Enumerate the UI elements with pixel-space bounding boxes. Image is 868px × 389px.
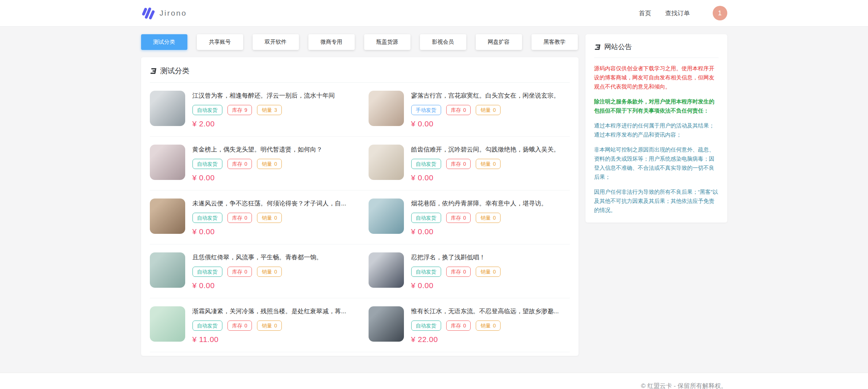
product-image[interactable] — [150, 145, 185, 180]
product-info: 且恁偎红倚翠，风流事，平生畅。青春都一饷。 自动发货 库存0 销量0 ¥ 0.0… — [192, 252, 323, 290]
product-title: 黄金榜上，偶失龙头望。明代暂遗贤，如何向？ — [192, 145, 323, 154]
product-item[interactable]: 烟花巷陌，依约丹青屏障。幸有意中人，堪寻访。 自动发货 库存0 销量0 ¥ 0.… — [369, 190, 570, 244]
sales-value: 0 — [274, 268, 277, 275]
category-tab-2[interactable]: 双开软件 — [253, 34, 299, 50]
product-image[interactable] — [369, 145, 404, 180]
product-title: 忍把浮名，换了浅斟低唱！ — [411, 253, 501, 262]
product-info: 忍把浮名，换了浅斟低唱！ 自动发货 库存0 销量0 ¥ 0.00 — [411, 252, 501, 290]
delivery-badge: 自动发货 — [411, 321, 441, 331]
announcement-icon — [594, 44, 601, 51]
delivery-badge: 手动发货 — [411, 105, 441, 115]
product-item[interactable]: 未遂风云便，争不恣狂荡。何须论得丧？才子词人，自... 自动发货 库存0 销量0… — [150, 190, 351, 244]
row-divider — [150, 352, 570, 352]
category-tab-6[interactable]: 网盘扩容 — [476, 34, 522, 50]
brand-logo[interactable]: Jirono — [141, 7, 187, 20]
sales-badge: 销量0 — [476, 267, 501, 277]
section-title: 测试分类 — [160, 66, 190, 76]
product-image[interactable] — [369, 252, 404, 288]
stock-label: 库存 — [232, 268, 242, 275]
product-price: ¥ 0.00 — [192, 227, 346, 236]
sales-badge: 销量0 — [257, 213, 282, 223]
product-item[interactable]: 江汉曾为客，相逢每醉还。浮云一别后，流水十年间 自动发货 库存9 销量3 ¥ 2… — [150, 83, 351, 136]
sales-badge: 销量0 — [257, 159, 282, 169]
product-list: 江汉曾为客，相逢每醉还。浮云一别后，流水十年间 自动发货 库存9 销量3 ¥ 2… — [150, 83, 570, 352]
product-info: 黄金榜上，偶失龙头望。明代暂遗贤，如何向？ 自动发货 库存0 销量0 ¥ 0.0… — [192, 145, 323, 182]
product-title: 烟花巷陌，依约丹青屏障。幸有意中人，堪寻访。 — [411, 199, 548, 208]
product-item[interactable]: 惟有长江水，无语东流。不忍登高临远，望故乡渺邈... 自动发货 库存0 销量0 … — [369, 298, 570, 352]
page-content: 测试分类 共享账号 双开软件 微商专用 瓶盖货源 影视会员 网盘扩容 黑客教学 — [141, 34, 727, 356]
product-price: ¥ 0.00 — [411, 281, 501, 290]
announcement-paragraph: 源码内容仅供创业者下载学习之用。使用本程序开设的博客商城，网友可自由发布相关信息… — [594, 64, 719, 91]
nav-home[interactable]: 首页 — [639, 9, 651, 17]
product-price: ¥ 11.00 — [192, 335, 346, 344]
category-tab-5[interactable]: 影视会员 — [420, 34, 466, 50]
category-tab-0[interactable]: 测试分类 — [141, 34, 187, 50]
sales-label: 销量 — [262, 268, 272, 275]
sales-label: 销量 — [480, 107, 491, 113]
product-item[interactable]: 且恁偎红倚翠，风流事，平生畅。青春都一饷。 自动发货 库存0 销量0 ¥ 0.0… — [150, 244, 351, 298]
stock-badge: 库存0 — [446, 159, 471, 169]
category-tab-7[interactable]: 黑客教学 — [532, 34, 578, 50]
sales-label: 销量 — [480, 161, 491, 167]
category-tab-1[interactable]: 共享账号 — [197, 34, 243, 50]
sales-value: 0 — [493, 322, 496, 329]
announcement-body: 源码内容仅供创业者下载学习之用。使用本程序开设的博客商城，网友可自由发布相关信息… — [594, 64, 719, 215]
product-image[interactable] — [150, 91, 185, 126]
stock-badge: 库存0 — [227, 321, 252, 331]
announcement-card: 网站公告 源码内容仅供创业者下载学习之用。使用本程序开设的博客商城，网友可自由发… — [585, 34, 727, 223]
stock-value: 0 — [463, 322, 466, 329]
product-info: 江汉曾为客，相逢每醉还。浮云一别后，流水十年间 自动发货 库存9 销量3 ¥ 2… — [192, 91, 335, 128]
stock-label: 库存 — [451, 322, 461, 329]
product-image[interactable] — [369, 199, 404, 234]
product-price: ¥ 22.00 — [411, 335, 559, 344]
footer: © 红盟云卡 - 保留所有解释权。 — [0, 373, 868, 389]
stock-value: 0 — [463, 268, 466, 275]
product-title: 江汉曾为客，相逢每醉还。浮云一别后，流水十年间 — [192, 91, 335, 100]
stock-value: 0 — [463, 161, 466, 167]
sales-label: 销量 — [480, 215, 491, 221]
product-badges: 自动发货 库存9 销量3 — [192, 105, 335, 115]
product-image[interactable] — [150, 252, 185, 288]
sales-badge: 销量3 — [257, 105, 282, 115]
delivery-badge: 自动发货 — [192, 213, 222, 223]
product-badges: 自动发货 库存0 销量0 — [192, 321, 346, 331]
product-title: 皓齿信难开，沉吟碧云间。勾践徵绝艳，扬蛾入吴关。 — [411, 145, 560, 154]
nav-find-order[interactable]: 查找订单 — [665, 9, 690, 17]
product-item[interactable]: 黄金榜上，偶失龙头望。明代暂遗贤，如何向？ 自动发货 库存0 销量0 ¥ 0.0… — [150, 137, 351, 190]
product-title: 寥落古行宫，宫花寂寞红。白头宫女在，闲坐说玄宗。 — [411, 91, 560, 100]
product-badges: 自动发货 库存0 销量0 — [192, 159, 323, 169]
product-image[interactable] — [150, 199, 185, 234]
product-info: 惟有长江水，无语东流。不忍登高临远，望故乡渺邈... 自动发货 库存0 销量0 … — [411, 306, 559, 344]
delivery-badge: 自动发货 — [411, 213, 441, 223]
product-price: ¥ 0.00 — [411, 173, 560, 182]
product-item[interactable]: 忍把浮名，换了浅斟低唱！ 自动发货 库存0 销量0 ¥ 0.00 — [369, 244, 570, 298]
stock-value: 0 — [463, 107, 466, 113]
announcement-title: 网站公告 — [604, 42, 632, 52]
delivery-badge: 自动发货 — [192, 321, 222, 331]
stock-label: 库存 — [232, 215, 242, 221]
stock-value: 0 — [245, 322, 248, 329]
sales-badge: 销量0 — [476, 159, 501, 169]
stock-badge: 库存0 — [446, 213, 471, 223]
category-tab-3[interactable]: 微商专用 — [308, 34, 355, 50]
product-image[interactable] — [150, 306, 185, 342]
product-badges: 手动发货 库存0 销量0 — [411, 105, 560, 115]
sales-value: 0 — [493, 268, 496, 275]
sales-label: 销量 — [480, 268, 491, 275]
logo-icon — [141, 7, 155, 20]
user-avatar[interactable]: 1 — [713, 6, 727, 20]
product-item[interactable]: 渐霜风凄紧，关河冷落，残照当楼。是处红衰翠减，苒... 自动发货 库存0 销量0… — [150, 298, 351, 352]
product-image[interactable] — [369, 91, 404, 126]
product-price: ¥ 2.00 — [192, 119, 335, 128]
product-price: ¥ 0.00 — [192, 173, 323, 182]
product-image[interactable] — [369, 306, 404, 342]
announcement-paragraph: 因用户任何非法行为导致的所有不良后果；“黑客”以及其他不可抗力因素及其后果；其他… — [594, 187, 719, 215]
category-tab-4[interactable]: 瓶盖货源 — [364, 34, 410, 50]
stock-label: 库存 — [451, 161, 461, 167]
stock-label: 库存 — [451, 268, 461, 275]
sales-value: 0 — [274, 215, 277, 221]
stock-badge: 库存0 — [227, 213, 252, 223]
sales-value: 3 — [274, 107, 277, 113]
product-item[interactable]: 寥落古行宫，宫花寂寞红。白头宫女在，闲坐说玄宗。 手动发货 库存0 销量0 ¥ … — [369, 83, 570, 136]
product-item[interactable]: 皓齿信难开，沉吟碧云间。勾践徵绝艳，扬蛾入吴关。 自动发货 库存0 销量0 ¥ … — [369, 137, 570, 190]
